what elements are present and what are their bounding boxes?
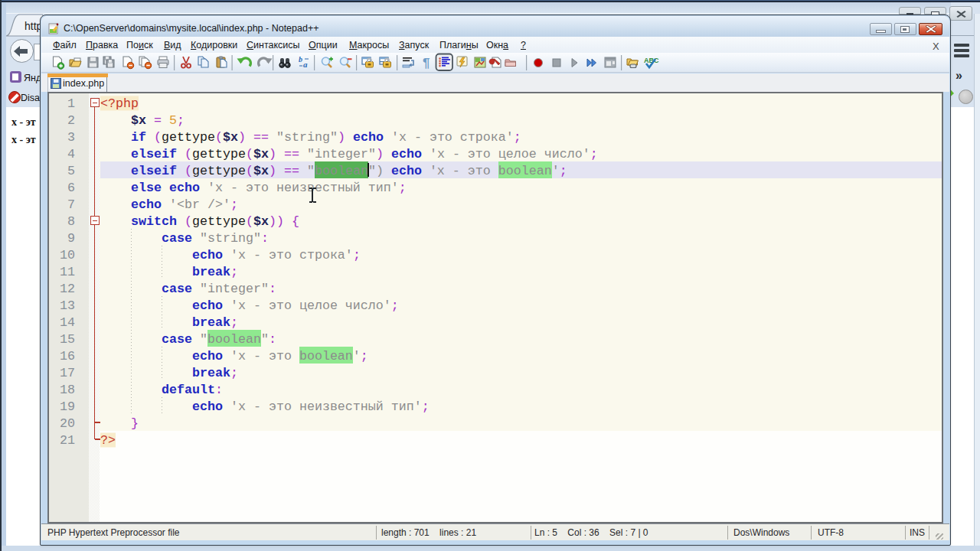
svg-text:a: a [303,60,308,69]
svg-text:b: b [299,55,302,64]
svg-text:¶: ¶ [423,56,430,70]
